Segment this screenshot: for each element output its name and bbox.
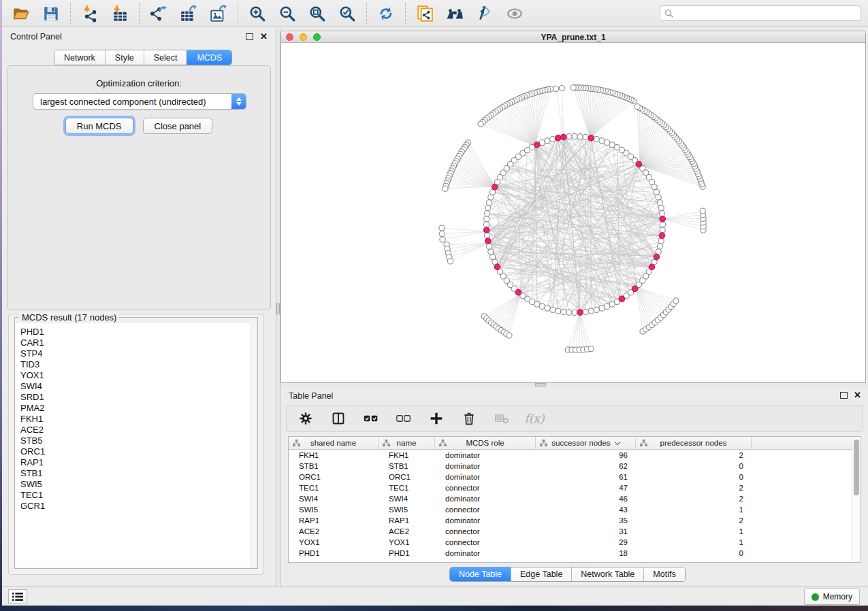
result-node-item[interactable]: TEC1 <box>16 490 257 501</box>
network-node[interactable] <box>660 222 665 227</box>
refresh-icon[interactable] <box>376 4 396 23</box>
mcds-result-list[interactable]: PHD1CAR1STP4TID3YOX1SWI4SRD1PMA2FKH1ACE2… <box>16 323 257 567</box>
select-all-icon[interactable] <box>363 410 379 427</box>
vertical-splitter-handle[interactable] <box>276 303 280 314</box>
table-scrollbar[interactable] <box>852 437 861 562</box>
result-node-item[interactable]: SWI4 <box>16 381 257 392</box>
export-image-icon[interactable] <box>209 4 228 23</box>
network-node[interactable] <box>439 231 445 236</box>
network-node[interactable] <box>572 310 577 315</box>
network-node[interactable] <box>654 189 659 195</box>
table-row[interactable]: FKH1FKH1dominator962 <box>289 450 852 461</box>
column-header-successor-nodes[interactable]: successor nodes <box>536 437 636 449</box>
tab-select[interactable]: Select <box>144 50 187 65</box>
network-node[interactable] <box>559 86 564 91</box>
deselect-all-icon[interactable] <box>396 410 412 427</box>
show-columns-icon[interactable] <box>330 410 347 427</box>
table-row[interactable]: STB1STB1dominator620 <box>289 461 852 472</box>
network-node[interactable] <box>594 136 599 142</box>
criterion-select[interactable]: largest connected component (undirected) <box>33 93 246 110</box>
network-node[interactable] <box>609 301 615 307</box>
network-node[interactable] <box>485 205 491 211</box>
network-node[interactable] <box>561 309 566 314</box>
mcds-node[interactable] <box>649 264 655 270</box>
search-input[interactable] <box>677 9 856 18</box>
binoculars-icon[interactable] <box>445 4 464 23</box>
network-node[interactable] <box>483 222 489 227</box>
horizontal-splitter-handle[interactable] <box>535 383 546 386</box>
mcds-node[interactable] <box>515 289 521 295</box>
zoom-selected-icon[interactable] <box>338 4 357 23</box>
table-row[interactable]: SWI4SWI4dominator462 <box>289 493 852 504</box>
float-panel-icon[interactable] <box>246 33 253 40</box>
tab-network-table[interactable]: Network Table <box>571 567 643 581</box>
mcds-node[interactable] <box>660 216 666 222</box>
mcds-node[interactable] <box>654 254 660 260</box>
table-row[interactable]: RAP1RAP1dominator352 <box>289 515 852 526</box>
result-node-item[interactable]: CAR1 <box>16 337 257 348</box>
table-row[interactable]: SWI5SWI5connector431 <box>289 504 852 515</box>
network-node[interactable] <box>539 303 545 309</box>
result-node-item[interactable]: SRD1 <box>16 392 257 403</box>
result-node-item[interactable]: YOX1 <box>16 370 257 381</box>
hide-details-icon[interactable] <box>475 4 494 23</box>
result-node-item[interactable]: RAP1 <box>16 457 257 468</box>
network-node[interactable] <box>556 308 561 314</box>
table-row[interactable]: PHD1PHD1dominator180 <box>289 548 852 559</box>
save-icon[interactable] <box>42 4 61 23</box>
network-node[interactable] <box>605 303 610 309</box>
network-node[interactable] <box>488 249 494 254</box>
open-folder-icon[interactable] <box>12 4 31 23</box>
network-node[interactable] <box>658 238 664 244</box>
delete-trash-icon[interactable] <box>461 410 477 427</box>
show-eye-icon[interactable] <box>505 4 524 23</box>
network-canvas[interactable] <box>281 44 865 382</box>
tab-network[interactable]: Network <box>54 50 105 65</box>
table-row[interactable]: YOX1YOX1connector291 <box>289 537 852 548</box>
zoom-out-icon[interactable] <box>278 4 297 23</box>
network-node[interactable] <box>594 307 599 312</box>
network-node[interactable] <box>660 227 665 233</box>
result-node-item[interactable]: STB5 <box>16 435 257 446</box>
tab-mcds[interactable]: MCDS <box>187 50 231 65</box>
vertical-splitter[interactable] <box>276 28 280 587</box>
zoom-fit-icon[interactable] <box>308 4 327 23</box>
result-node-item[interactable]: TID3 <box>16 359 257 370</box>
result-node-item[interactable]: GCR1 <box>16 501 257 512</box>
network-node[interactable] <box>673 298 679 303</box>
tab-style[interactable]: Style <box>105 50 144 65</box>
mcds-node[interactable] <box>560 134 566 140</box>
result-node-item[interactable]: FKH1 <box>16 414 257 425</box>
network-node[interactable] <box>657 244 662 249</box>
mcds-node[interactable] <box>483 227 489 233</box>
network-node[interactable] <box>566 310 572 315</box>
mcds-node[interactable] <box>588 135 594 141</box>
result-node-item[interactable]: SWI5 <box>16 479 257 490</box>
result-list-scrollbar[interactable] <box>251 323 257 567</box>
network-node[interactable] <box>599 306 605 311</box>
export-table-icon[interactable] <box>179 4 198 23</box>
column-header-shared-name[interactable]: shared name <box>289 437 379 449</box>
zoom-in-icon[interactable] <box>248 4 267 23</box>
network-node[interactable] <box>484 216 489 222</box>
network-node[interactable] <box>545 306 550 311</box>
table-row[interactable]: ACE2ACE2connector311 <box>289 526 852 537</box>
table-float-icon[interactable] <box>840 392 848 399</box>
network-node[interactable] <box>652 184 657 190</box>
mcds-node[interactable] <box>555 135 561 141</box>
share-document-icon[interactable] <box>415 4 434 23</box>
mcds-node[interactable] <box>632 286 638 292</box>
network-node[interactable] <box>570 85 576 90</box>
column-header-MCDS-role[interactable]: MCDS role <box>435 437 536 449</box>
close-panel-button[interactable]: Close panel <box>143 118 213 134</box>
network-node[interactable] <box>583 309 588 314</box>
network-node[interactable] <box>484 233 489 238</box>
network-node[interactable] <box>448 259 453 264</box>
result-node-item[interactable]: PMA2 <box>16 403 257 414</box>
mcds-node[interactable] <box>492 184 498 190</box>
network-node[interactable] <box>577 134 583 139</box>
network-node[interactable] <box>656 195 661 200</box>
mcds-node[interactable] <box>485 238 491 244</box>
column-header-predecessor-nodes[interactable]: predecessor nodes <box>636 437 752 449</box>
network-node[interactable] <box>583 134 588 139</box>
